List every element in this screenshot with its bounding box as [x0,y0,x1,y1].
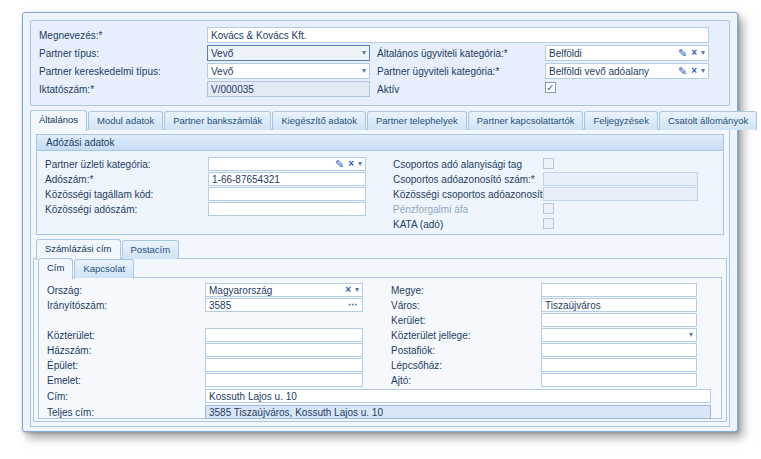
teljes-cim-input: 3585 Tiszaújváros, Kossuth Lajos u. 10 [205,405,711,419]
partner-editor-window: Megnevezés:* Kovács & Kovács Kft. Partne… [22,12,738,432]
kerulet-input[interactable] [541,313,697,327]
varos-input[interactable]: Tiszaújváros [541,298,697,312]
tab-kapcsolat[interactable]: Kapcsolat [74,259,134,278]
chevron-down-icon[interactable]: ▾ [701,65,705,77]
ajto-input[interactable] [541,373,697,387]
tab-partner-kapcsolattartok[interactable]: Partner kapcsolattartók [468,111,584,130]
hazszam-input[interactable] [205,343,363,357]
chevron-down-icon[interactable]: ▾ [362,65,366,77]
tab-modul-adatok[interactable]: Modul adatok [88,111,163,130]
kata-ado-label: KATA (adó) [393,218,443,232]
tab-szamlazasi-cim[interactable]: Számlázási cím [36,239,121,260]
iranyitoszam-label: Irányítószám: [47,299,107,313]
ajto-label: Ajtó: [391,374,411,388]
kozossegi-csoportos-adoazonosito-szam-input [543,187,698,201]
tab-postacim[interactable]: Postacím [122,240,180,259]
csoportos-ado-alanyisagi-tag-label: Csoportos adó alanyisági tag [393,158,522,172]
main-tab-strip: Általános Modul adatok Partner bankszáml… [30,110,757,130]
orszag-combo[interactable]: Magyarország × ▾ [205,283,363,297]
emelet-input[interactable] [205,373,363,387]
clear-icon[interactable]: × [345,284,351,296]
partner-ugyviteli-kategoria-lookup[interactable]: Belföldi vevő adóalany ✎ × ▾ [545,63,709,79]
partner-kereskedelmi-tipus-combo[interactable]: Vevő ▾ [207,63,370,79]
kozterulet-jellege-label: Közterület jellege: [391,329,471,343]
iktatoszam-label: Iktatószám:* [39,83,94,97]
partner-tipus-label: Partner típus: [39,47,99,61]
groupbox-title: Adózási adatok [37,135,723,151]
edit-icon[interactable]: ✎ [678,65,687,77]
postafiok-input[interactable] [541,343,697,357]
kozossegi-tagallam-kod-input[interactable] [208,187,366,201]
tab-cim[interactable]: Cím [38,258,73,279]
megnevezes-input[interactable]: Kovács & Kovács Kft. [207,27,709,43]
megye-input[interactable] [541,283,697,297]
kozterulet-jellege-combo[interactable]: ▾ [541,328,697,342]
groupbox-adozasi-adatok: Adózási adatok Partner üzleti kategória:… [36,134,724,235]
lepcsohaz-input[interactable] [541,358,697,372]
partner-uzleti-kategoria-lookup[interactable]: ✎ × ▾ [208,157,366,171]
megye-label: Megye: [391,284,424,298]
penzforgalmi-afa-checkbox [543,203,554,214]
adoszam-label: Adószám:* [45,173,93,187]
partner-uzleti-kategoria-label: Partner üzleti kategória: [45,158,151,172]
tab-partner-telephelyek[interactable]: Partner telephelyek [367,111,467,130]
iktatoszam-input: V/000035 [207,81,370,97]
altalanos-ugyviteli-kategoria-label: Általános ügyviteli kategória:* [377,47,508,61]
epulet-label: Épület: [47,359,78,373]
altalanos-ugyviteli-kategoria-lookup[interactable]: Belföldi ✎ × ▾ [545,45,709,61]
tab-page-szamlazasi-cim: Cím Kapcsolat Ország: Magyarország × ▾ M… [33,258,727,422]
csoportos-ado-alanyisagi-tag-checkbox [543,158,554,169]
check-icon: ✓ [546,82,554,93]
chevron-down-icon[interactable]: ▾ [701,47,705,59]
epulet-input[interactable] [205,358,363,372]
orszag-label: Ország: [47,284,82,298]
clear-icon[interactable]: × [691,47,697,59]
kozterulet-input[interactable] [205,328,363,342]
tab-page-altalanos: Adózási adatok Partner üzleti kategória:… [30,129,730,427]
partner-header-panel: Megnevezés:* Kovács & Kovács Kft. Partne… [30,20,730,106]
address-tab-strip: Számlázási cím Postacím [36,241,179,259]
kerulet-label: Kerület: [391,314,425,328]
varos-label: Város: [391,299,420,313]
edit-icon[interactable]: ✎ [335,158,344,170]
tab-page-cim: Ország: Magyarország × ▾ Megye: Irányító… [38,277,722,419]
tab-kiegeszito-adatok[interactable]: Kiegészítő adatok [272,111,366,130]
aktiv-checkbox[interactable]: ✓ [545,82,556,93]
csoportos-adoazonosito-szam-label: Csoportos adóazonosító szám:* [393,173,535,187]
megnevezes-label: Megnevezés:* [39,29,102,43]
kozossegi-adoszam-label: Közösségi adószám: [45,203,137,217]
tab-csatolt-allomanyok[interactable]: Csatolt állományok [659,111,757,130]
tab-altalanos[interactable]: Általános [30,110,87,131]
kata-ado-checkbox [543,218,554,229]
edit-icon[interactable]: ✎ [678,47,687,59]
postafiok-label: Postafiók: [391,344,435,358]
kozossegi-tagallam-kod-label: Közösségi tagállam kód: [45,188,153,202]
teljes-cim-label: Teljes cím: [47,406,94,420]
chevron-down-icon[interactable]: ▾ [355,284,359,296]
cim-label: Cím: [47,390,68,404]
csoportos-adoazonosito-szam-input [543,172,698,186]
tab-partner-bankszamlak[interactable]: Partner bankszámlák [164,111,271,130]
partner-tipus-combo[interactable]: Vevő ▾ [207,45,370,61]
iranyitoszam-input[interactable]: 3585 ⋯ [205,298,363,312]
penzforgalmi-afa-label: Pénzforgalmi áfa [393,203,468,217]
kozossegi-adoszam-input[interactable] [208,202,366,216]
hazszam-label: Házszám: [47,344,91,358]
adoszam-input[interactable]: 1-66-87654321 [208,172,366,186]
tab-feljegyzesek[interactable]: Feljegyzések [584,111,657,130]
aktiv-label: Aktív [377,83,399,97]
chevron-down-icon[interactable]: ▾ [689,329,693,341]
kozterulet-label: Közterület: [47,329,95,343]
partner-kereskedelmi-tipus-label: Partner kereskedelmi típus: [39,65,161,79]
lepcsohaz-label: Lépcsőház: [391,359,442,373]
clear-icon[interactable]: × [691,65,697,77]
ellipsis-icon[interactable]: ⋯ [348,299,359,311]
emelet-label: Emelet: [47,374,81,388]
chevron-down-icon[interactable]: ▾ [362,47,366,59]
partner-ugyviteli-kategoria-label: Partner ügyviteli kategória:* [377,65,499,79]
cim-tab-strip: Cím Kapcsolat [38,261,134,278]
chevron-down-icon[interactable]: ▾ [358,158,362,170]
cim-input[interactable]: Kossuth Lajos u. 10 [205,389,711,403]
clear-icon[interactable]: × [348,158,354,170]
